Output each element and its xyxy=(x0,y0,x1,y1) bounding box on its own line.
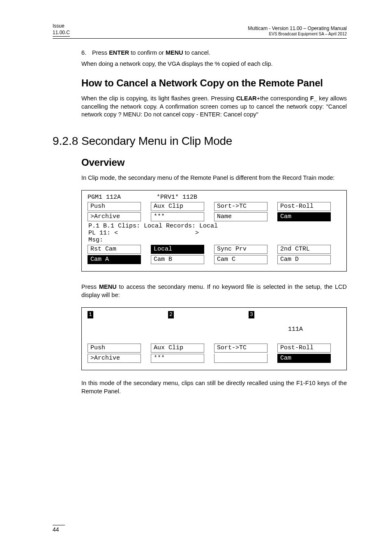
header-company: EVS Broadcast Equipment SA – April 2012 xyxy=(248,32,347,37)
lcd1-head-right: *PRV1* 112B xyxy=(143,194,209,201)
para-press-menu: Press MENU to access the secondary menu.… xyxy=(81,283,347,299)
lcd1-text-line3: Msg: xyxy=(88,237,341,244)
para-menu-b: to access the secondary menu. If no keyw… xyxy=(81,283,347,298)
lcd1-r4c4: Cam D xyxy=(277,255,331,264)
header-left: Issue 11.00.C xyxy=(53,23,70,37)
lcd1-text-line1: P.1 B.1 Clips: Local Records: Local xyxy=(88,223,341,230)
lcd2-r1c4: Post-Roll xyxy=(277,344,331,353)
lcd2-r1c2: Aux Clip xyxy=(151,344,204,353)
lcd2-r1c1: Push xyxy=(88,344,141,353)
lcd2-kw2: 2 xyxy=(168,311,174,318)
header-rule xyxy=(53,38,347,39)
step-6-text-c: to cancel. xyxy=(183,49,210,56)
para-cancel-b: +the corresponding xyxy=(257,95,310,102)
lcd2-right-label: 111A xyxy=(88,326,341,333)
lcd1-r2c1: >Archive xyxy=(88,212,141,221)
lcd1-header: PGM1 112A *PRV1* 112B xyxy=(88,194,341,201)
lcd1-r3c4: 2nd CTRL xyxy=(277,245,331,254)
lcd2-r2c4: Cam xyxy=(277,354,331,363)
lcd1-text-line2: PL 11: <> xyxy=(88,230,341,237)
lcd2-kw3: 3 xyxy=(249,311,254,318)
header-product: Multicam - Version 11.00 – Operating Man… xyxy=(248,26,347,32)
header-issue-num: 11.00.C xyxy=(53,29,70,37)
para-final: In this mode of the secondary menu, clip… xyxy=(81,379,347,395)
step-6-text-b: to confirm or xyxy=(129,49,166,56)
para-menu-a: Press xyxy=(81,283,99,290)
lcd1-r4c1: Cam A xyxy=(88,255,141,264)
lcd2-r2c2: *** xyxy=(151,354,204,363)
heading-secondary-menu: Secondary Menu in Clip Mode xyxy=(81,135,232,148)
lcd2-r2c1: >Archive xyxy=(88,354,141,363)
step-6-bold2: MENU xyxy=(166,49,183,56)
lcd2-r1c3: Sort->TC xyxy=(214,344,267,353)
lcd-panel-1: PGM1 112A *PRV1* 112B Push Aux Clip Sort… xyxy=(81,190,347,272)
step-6-text-a: Press xyxy=(92,49,109,56)
heading-overview: Overview xyxy=(81,157,347,168)
step-6: 6. Press ENTER to confirm or MENU to can… xyxy=(81,49,347,56)
para-cancel-a: When the clip is copying, its light flas… xyxy=(81,95,236,102)
step-6-number: 6. xyxy=(81,49,90,56)
lcd1-r1c1: Push xyxy=(88,202,141,211)
lcd1-r1c4: Post-Roll xyxy=(277,202,331,211)
para-cancel: When the clip is copying, its light flas… xyxy=(81,95,347,119)
lcd1-line2a: PL 11: < xyxy=(88,230,195,237)
para-network-copy: When doing a network copy, the VGA displ… xyxy=(81,60,347,68)
lcd1-r3c1: Rst Cam xyxy=(88,245,141,254)
para-menu-bold: MENU xyxy=(99,283,117,290)
step-6-bold1: ENTER xyxy=(109,49,129,56)
para-overview: In Clip mode, the secondary menu of the … xyxy=(81,174,347,182)
lcd2-kw1: 1 xyxy=(88,311,93,318)
lcd1-r1c2: Aux Clip xyxy=(151,202,204,211)
page-number: 44 xyxy=(53,525,65,533)
lcd-panel-2: 1 2 3 111A Push Aux Clip Sort->TC Post-R… xyxy=(81,307,347,370)
lcd2-r2c3 xyxy=(214,354,267,363)
lcd1-r2c3: Name xyxy=(214,212,267,221)
lcd1-r3c2: Local xyxy=(151,245,204,254)
lcd1-r2c4: Cam xyxy=(277,212,331,221)
lcd1-head-left: PGM1 112A xyxy=(88,194,143,201)
section-number: 9.2.8 xyxy=(53,135,81,148)
heading-cancel-network-copy: How to Cancel a Network Copy on the Remo… xyxy=(81,77,347,89)
para-cancel-bold1: CLEAR xyxy=(236,95,257,102)
lcd1-r3c3: Sync Prv xyxy=(214,245,267,254)
lcd1-r1c3: Sort->TC xyxy=(214,202,267,211)
lcd1-r4c3: Cam C xyxy=(214,255,267,264)
lcd1-r2c2: *** xyxy=(151,212,204,221)
header-issue-label: Issue xyxy=(53,23,70,29)
lcd1-line2b: > xyxy=(195,230,199,237)
lcd1-r4c2: Cam B xyxy=(151,255,204,264)
para-cancel-bold2: F_ xyxy=(310,95,317,102)
header-right: Multicam - Version 11.00 – Operating Man… xyxy=(248,26,347,37)
